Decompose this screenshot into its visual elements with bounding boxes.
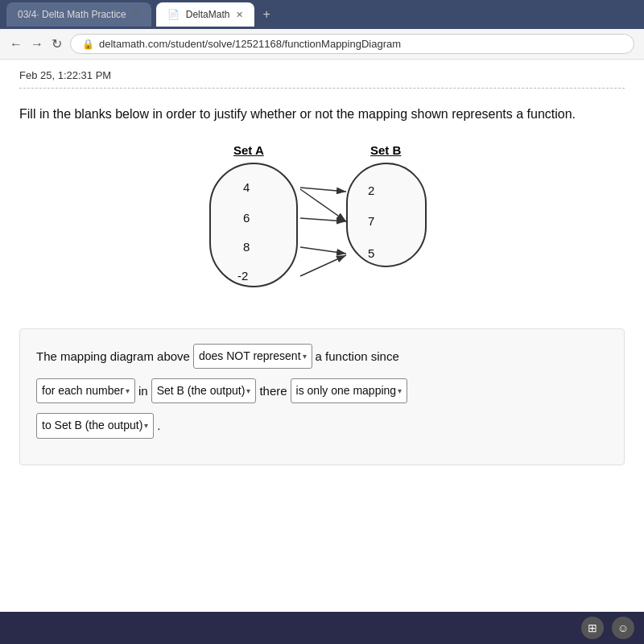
svg-line-1 bbox=[300, 188, 346, 192]
back-button[interactable]: ← bbox=[10, 37, 23, 52]
node-6: 6 bbox=[243, 211, 250, 225]
tab-delta-math-practice[interactable]: 03/4· Delta Math Practice ✕ bbox=[6, 2, 151, 27]
tab-close-icon[interactable]: ✕ bbox=[236, 10, 243, 20]
dropdown-to-set-b-value: to Set B (the output) bbox=[42, 415, 142, 436]
set-a-label: Set A bbox=[233, 143, 264, 157]
node-4: 4 bbox=[243, 180, 250, 194]
taskbar: ⊞ ☺ bbox=[0, 612, 644, 644]
dropdown-represent-value: does NOT represent bbox=[199, 346, 301, 366]
set-b-label: Set B bbox=[370, 143, 401, 157]
address-bar: ← → ↻ 🔒 deltamath.com/student/solve/1252… bbox=[0, 29, 644, 60]
svg-line-4 bbox=[300, 247, 346, 254]
chevron-down-icon: ▾ bbox=[246, 384, 250, 398]
refresh-button[interactable]: ↻ bbox=[52, 36, 62, 52]
node-8: 8 bbox=[243, 240, 250, 254]
mapping-diagram: Set A Set B 4 6 8 -2 2 7 5 bbox=[185, 143, 459, 304]
url-text: deltamath.com/student/solve/12521168/fun… bbox=[99, 38, 401, 50]
line1-prefix: The mapping diagram above bbox=[36, 345, 190, 367]
chevron-down-icon: ▾ bbox=[303, 349, 307, 364]
tab-label: 03/4· Delta Math Practice bbox=[18, 9, 126, 20]
answer-line-1: The mapping diagram above does NOT repre… bbox=[36, 344, 608, 369]
dropdown-only-one-value: is only one mapping bbox=[296, 381, 397, 401]
oval-set-b bbox=[346, 163, 427, 267]
tab-favicon: 📄 bbox=[167, 9, 180, 20]
dropdown-only-one[interactable]: is only one mapping ▾ bbox=[291, 378, 408, 403]
tab-deltamath[interactable]: 📄 DeltaMath ✕ bbox=[156, 2, 255, 27]
add-tab-button[interactable]: + bbox=[262, 7, 270, 22]
diagram-container: Set A Set B 4 6 8 -2 2 7 5 bbox=[19, 143, 625, 304]
node-7: 7 bbox=[368, 214, 374, 228]
node-2: 2 bbox=[368, 184, 374, 197]
answer-line-3: to Set B (the output) ▾ . bbox=[36, 413, 608, 438]
timestamp: Feb 25, 1:22:31 PM bbox=[19, 69, 625, 81]
svg-line-3 bbox=[300, 218, 346, 221]
divider bbox=[19, 88, 625, 89]
line2-in: in bbox=[138, 380, 148, 402]
chevron-down-icon: ▾ bbox=[398, 384, 402, 398]
oval-set-a bbox=[209, 163, 298, 287]
question-text: Fill in the blanks below in order to jus… bbox=[19, 105, 625, 124]
line3-period: . bbox=[157, 415, 160, 436]
svg-line-5 bbox=[300, 255, 346, 276]
tab-close-icon[interactable]: ✕ bbox=[133, 10, 140, 20]
line1-suffix: a function since bbox=[316, 345, 399, 367]
dropdown-represent[interactable]: does NOT represent ▾ bbox=[193, 344, 312, 369]
chevron-down-icon: ▾ bbox=[126, 384, 130, 398]
tab-label: DeltaMath bbox=[186, 9, 230, 20]
line2-there: there bbox=[259, 380, 287, 402]
dropdown-set-b-output[interactable]: Set B (the output) ▾ bbox=[151, 378, 257, 403]
page-content: Feb 25, 1:22:31 PM Fill in the blanks be… bbox=[0, 60, 644, 485]
forward-button[interactable]: → bbox=[31, 37, 43, 52]
dropdown-for-each[interactable]: for each number ▾ bbox=[36, 378, 135, 403]
chevron-down-icon: ▾ bbox=[144, 419, 148, 433]
node-5: 5 bbox=[368, 246, 374, 260]
dropdown-to-set-b[interactable]: to Set B (the output) ▾ bbox=[36, 413, 154, 438]
answer-line-2: for each number ▾ in Set B (the output) … bbox=[36, 378, 608, 403]
url-bar[interactable]: 🔒 deltamath.com/student/solve/12521168/f… bbox=[70, 34, 634, 54]
browser-chrome: 03/4· Delta Math Practice ✕ 📄 DeltaMath … bbox=[0, 0, 644, 29]
taskbar-icon-2[interactable]: ☺ bbox=[612, 617, 634, 639]
svg-line-2 bbox=[300, 189, 346, 221]
answer-section: The mapping diagram above does NOT repre… bbox=[19, 328, 625, 465]
dropdown-set-b-output-value: Set B (the output) bbox=[157, 381, 246, 401]
taskbar-icon-1[interactable]: ⊞ bbox=[581, 617, 604, 639]
node-neg2: -2 bbox=[237, 269, 248, 283]
lock-icon: 🔒 bbox=[82, 39, 94, 50]
dropdown-for-each-value: for each number bbox=[42, 381, 124, 401]
